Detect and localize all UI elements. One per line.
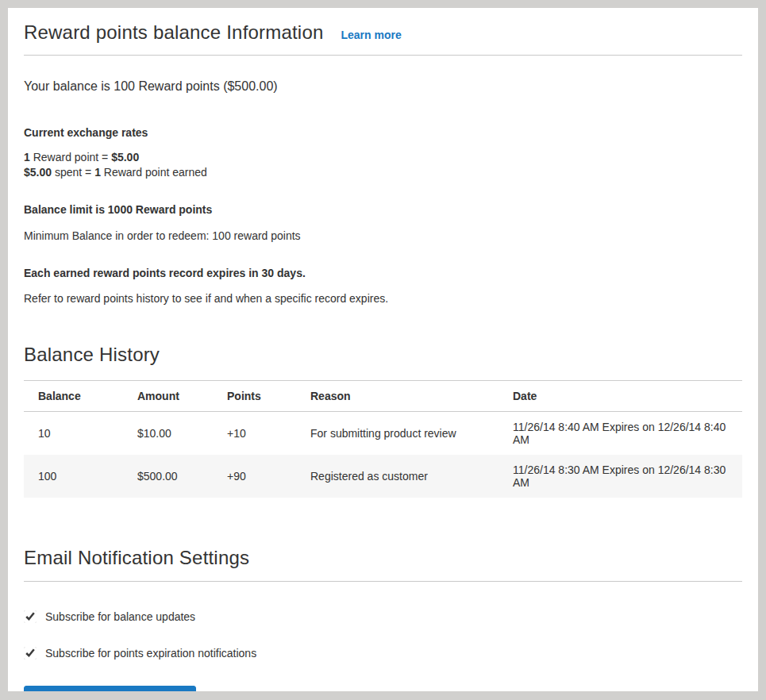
column-header-balance: Balance — [24, 381, 123, 412]
spend-rate-text: spent = — [52, 166, 94, 179]
balance-updates-checkbox[interactable] — [24, 610, 37, 623]
table-row: 10 $10.00 +10 For submitting product rev… — [24, 412, 742, 456]
expiry-hint: Refer to reward points history to see if… — [24, 291, 742, 306]
table-row: 100 $500.00 +90 Registered as customer 1… — [24, 455, 742, 498]
column-header-amount: Amount — [123, 381, 213, 412]
save-subscription-settings-button[interactable]: Save Subscription Settings — [24, 686, 196, 691]
expiration-notifications-option[interactable]: Subscribe for points expiration notifica… — [24, 647, 742, 660]
cell-points: +10 — [213, 412, 296, 456]
earn-rate-money: $5.00 — [111, 151, 139, 163]
expiration-notifications-label: Subscribe for points expiration notifica… — [45, 647, 256, 660]
learn-more-link[interactable]: Learn more — [341, 29, 401, 41]
reward-points-card: Reward points balance Information Learn … — [8, 8, 758, 691]
earn-rate-points: 1 — [24, 151, 30, 163]
earn-rate-text: Reward point = — [30, 151, 111, 163]
cell-reason: For submitting product review — [296, 412, 498, 456]
cell-balance: 100 — [24, 455, 123, 498]
table-header-row: Balance Amount Points Reason Date — [24, 381, 742, 412]
page-title: Reward points balance Information — [24, 21, 323, 44]
column-header-date: Date — [498, 381, 742, 412]
exchange-rates-heading: Current exchange rates — [24, 125, 742, 140]
balance-history-heading: Balance History — [24, 342, 742, 367]
balance-summary: Your balance is 100 Reward points ($500.… — [24, 78, 742, 95]
table-body: 10 $10.00 +10 For submitting product rev… — [24, 412, 742, 498]
balance-history-table: Balance Amount Points Reason Date 10 $10… — [24, 380, 742, 498]
column-header-reason: Reason — [296, 381, 498, 412]
spend-rate-points: 1 — [94, 166, 101, 179]
exchange-rates: 1 Reward point = $5.00 $5.00 spent = 1 R… — [24, 150, 742, 180]
balance-updates-option[interactable]: Subscribe for balance updates — [24, 610, 742, 623]
expiration-notifications-checkbox[interactable] — [24, 647, 37, 660]
column-header-points: Points — [213, 381, 296, 412]
cell-balance: 10 — [24, 412, 123, 456]
earn-rate-line: 1 Reward point = $5.00 — [24, 150, 742, 165]
expiry-notice: Each earned reward points record expires… — [24, 266, 742, 280]
cell-reason: Registered as customer — [296, 455, 498, 498]
page-header: Reward points balance Information Learn … — [24, 8, 742, 44]
cell-amount: $10.00 — [123, 412, 213, 456]
table-head: Balance Amount Points Reason Date — [24, 381, 742, 412]
balance-limit-notice: Balance limit is 1000 Reward points — [24, 202, 742, 217]
email-settings-divider — [24, 581, 742, 582]
spend-rate-money: $5.00 — [24, 166, 52, 179]
spend-rate-line: $5.00 spent = 1 Reward point earned — [24, 165, 742, 180]
email-settings-heading: Email Notification Settings — [24, 545, 742, 571]
balance-updates-label: Subscribe for balance updates — [45, 610, 195, 623]
cell-date: 11/26/14 8:40 AM Expires on 12/26/14 8:4… — [498, 412, 742, 456]
spend-rate-tail: Reward point earned — [101, 166, 207, 179]
minimum-redeem-notice: Minimum Balance in order to redeem: 100 … — [24, 229, 742, 243]
cell-points: +90 — [213, 455, 296, 498]
header-divider — [24, 55, 742, 56]
cell-amount: $500.00 — [123, 455, 213, 498]
cell-date: 11/26/14 8:30 AM Expires on 12/26/14 8:3… — [498, 455, 742, 498]
